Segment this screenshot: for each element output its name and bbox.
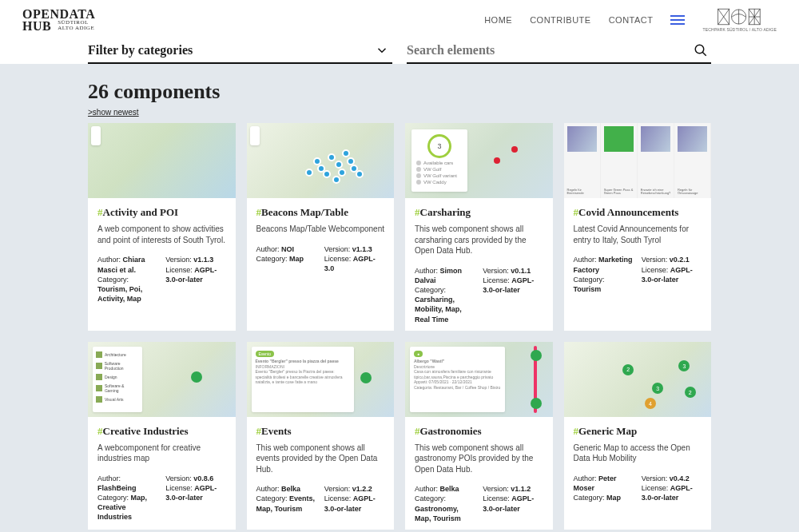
card-thumbnail: Regeln für Einreisende Super Green Pass … — [564, 123, 712, 198]
site-logo[interactable]: OPENDATA HUB SÜDTIROLALTO ADIGE — [22, 8, 95, 32]
svg-point-10 — [695, 46, 704, 54]
card-title: #Generic Map — [574, 425, 702, 438]
card-title: #Covid Announcements — [574, 206, 702, 219]
partner-caption: TECHPARK SÜDTIROL / ALTO ADIGE — [702, 27, 777, 32]
category-filter-label: Filter by categories — [88, 43, 193, 58]
card-description: A web component to show activities and p… — [97, 224, 226, 245]
info-panel: ● Albergo "Wastl" DescrizioneCasa con at… — [410, 347, 505, 412]
card-meta: Author: Peter MoserCategory: Map Version… — [574, 474, 702, 502]
logo-line-2: HUB — [22, 20, 51, 32]
logo-line-1: OPENDATA — [22, 8, 95, 20]
card-grid: #Activity and POI A web component to sho… — [88, 123, 711, 532]
card-title: #Activity and POI — [97, 206, 226, 219]
card-description: This web component shows all carsharing … — [415, 224, 543, 256]
menu-icon[interactable] — [670, 15, 685, 25]
card-description: This web component shows all gastronomy … — [415, 443, 543, 475]
card-activity-poi[interactable]: #Activity and POI A web component to sho… — [88, 123, 236, 330]
card-thumbnail: Evento Evento "Bergler" presso la piazza… — [247, 342, 395, 417]
card-title: #Gastronomies — [415, 425, 543, 438]
logo-subtitle: SÜDTIROLALTO ADIGE — [58, 20, 94, 31]
card-meta: Author: BelkaCategory: Gastronomy, Map, … — [415, 484, 543, 523]
card-thumbnail — [247, 123, 395, 198]
card-carsharing[interactable]: 3 Available cars VW Golf VW Golf variant… — [405, 123, 553, 330]
card-covid[interactable]: Regeln für Einreisende Super Green Pass … — [564, 123, 712, 330]
top-bar: OPENDATA HUB SÜDTIROLALTO ADIGE HOME CON… — [0, 0, 799, 37]
card-thumbnail — [88, 123, 236, 198]
card-events[interactable]: Evento Evento "Bergler" presso la piazza… — [247, 342, 395, 530]
card-thumbnail: 2 3 3 2 4 — [564, 342, 712, 417]
card-meta: Author: NOICategory: Map Version: v1.1.3… — [256, 244, 385, 273]
card-meta: Author: Marketing FactoryCategory: Touri… — [574, 255, 702, 294]
card-description: A webcomponent for creative industries m… — [97, 443, 226, 464]
category-filter[interactable]: Filter by categories — [88, 37, 392, 64]
card-description: Latest Covid Announcements for entry to … — [574, 224, 702, 245]
card-meta: Author: FlashBeingCategory: Map, Creativ… — [97, 474, 226, 522]
nav-contact[interactable]: CONTACT — [609, 15, 654, 25]
card-title: #Beacons Map/Table — [256, 206, 385, 219]
card-creative-industries[interactable]: ArchitectureSoftware ProductionDesignSof… — [88, 342, 236, 530]
card-description: Generic Map to access the Open Data Hub … — [574, 443, 702, 464]
main-nav: HOME CONTRIBUTE CONTACT TECHPARK SÜDTIRO… — [484, 8, 777, 32]
info-panel: Evento Evento "Bergler" presso la piazza… — [252, 347, 355, 412]
results-area: 26 components >show newest #Activity and… — [0, 64, 799, 532]
card-beacons[interactable]: #Beacons Map/Table Beacons Map/Table Web… — [247, 123, 395, 330]
card-meta: Author: Chiara Masci et al.Category: Tou… — [97, 255, 226, 304]
card-title: #Events — [256, 425, 385, 438]
card-description: This web component shows all events prov… — [256, 443, 385, 475]
card-gastronomies[interactable]: ● Albergo "Wastl" DescrizioneCasa con at… — [405, 342, 553, 530]
partner-logo: TECHPARK SÜDTIROL / ALTO ADIGE — [702, 8, 777, 32]
search-input[interactable] — [407, 43, 694, 58]
show-newest-link[interactable]: >show newest — [88, 108, 139, 117]
results-count: 26 components — [88, 80, 711, 104]
card-title: #Carsharing — [415, 206, 543, 219]
card-generic-map[interactable]: 2 3 3 2 4 #Generic Map Generic Map to ac… — [564, 342, 712, 530]
legend-panel: ArchitectureSoftware ProductionDesignSof… — [93, 347, 142, 412]
gauge-icon: 3 Available cars VW Golf VW Golf variant… — [411, 129, 467, 192]
svg-line-11 — [702, 53, 706, 57]
card-description: Beacons Map/Table Webcomponent — [256, 224, 385, 235]
card-thumbnail: ArchitectureSoftware ProductionDesignSof… — [88, 342, 236, 417]
search-icon[interactable] — [694, 43, 708, 58]
search-field[interactable] — [407, 37, 711, 64]
card-title: #Creative Industries — [97, 425, 226, 438]
card-thumbnail: ● Albergo "Wastl" DescrizioneCasa con at… — [405, 342, 553, 417]
nav-contribute[interactable]: CONTRIBUTE — [530, 15, 591, 25]
nav-home[interactable]: HOME — [484, 15, 512, 25]
chevron-down-icon — [375, 43, 389, 58]
filter-row: Filter by categories — [0, 37, 799, 64]
card-meta: Author: Simon DalvaiCategory: Carsharing… — [415, 266, 543, 324]
noi-logo-icon — [718, 8, 762, 26]
card-meta: Author: BelkaCategory: Events, Map, Tour… — [256, 484, 385, 513]
card-thumbnail: 3 Available cars VW Golf VW Golf variant… — [405, 123, 553, 198]
